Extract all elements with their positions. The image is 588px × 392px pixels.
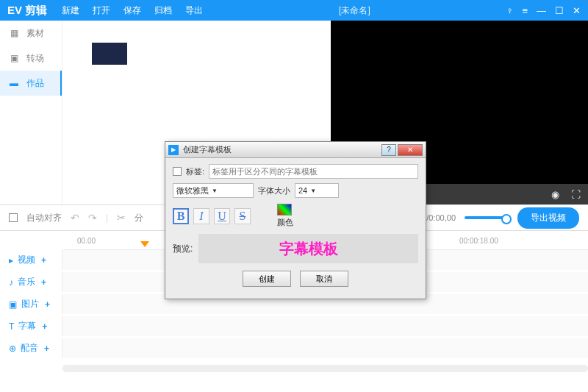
sidebar-item-material[interactable]: ▦ 素材 — [0, 21, 62, 46]
user-icon[interactable]: ♀ — [506, 5, 514, 16]
help-button[interactable]: ? — [381, 144, 396, 156]
cut-label: 分 — [135, 212, 143, 224]
maximize-icon[interactable]: ☐ — [555, 5, 564, 16]
export-button[interactable]: 导出视频 — [517, 207, 579, 229]
underline-button[interactable]: U — [214, 208, 230, 224]
create-button[interactable]: 创建 — [243, 271, 291, 287]
transition-icon: ▣ — [9, 53, 19, 63]
sidebar: ▦ 素材 ▣ 转场 ▬ 作品 — [0, 21, 62, 204]
sidebar-label: 转场 — [26, 52, 44, 65]
tag-label: 标签: — [186, 166, 204, 177]
redo-icon[interactable]: ↷ — [88, 212, 97, 224]
minimize-icon[interactable]: — — [537, 5, 546, 16]
track-video[interactable]: ▸视频+ — [0, 250, 62, 270]
subtitle-template-dialog: ▶ 创建字幕模板 ? ✕ 标签: 微软雅黑▼ 字体大小 24▼ B I U S … — [165, 141, 426, 299]
strike-button[interactable]: S — [234, 208, 251, 224]
close-icon[interactable]: ✕ — [573, 5, 581, 16]
dialog-title: 创建字幕模板 — [183, 144, 232, 155]
menu-export[interactable]: 导出 — [185, 4, 203, 17]
settings-icon[interactable]: ≡ — [522, 5, 528, 16]
cancel-button[interactable]: 取消 — [300, 271, 348, 287]
color-picker[interactable] — [277, 204, 292, 215]
preview-label: 预览: — [173, 243, 193, 255]
fullscreen-icon[interactable]: ⛶ — [571, 189, 581, 200]
menu-archive[interactable]: 归档 — [154, 4, 172, 17]
dialog-close-button[interactable]: ✕ — [398, 144, 423, 156]
track-voice[interactable]: ⊕配音+ — [0, 338, 62, 358]
sidebar-item-works[interactable]: ▬ 作品 — [0, 71, 62, 96]
sidebar-item-transition[interactable]: ▣ 转场 — [0, 46, 62, 71]
preview-text: 字幕模板 — [279, 239, 338, 259]
menu-open[interactable]: 打开 — [93, 4, 110, 17]
title-bar: EV 剪辑 新建 打开 保存 归档 导出 [未命名] ♀ ≡ — ☐ ✕ — [0, 0, 588, 21]
grid-icon: ▦ — [9, 28, 19, 38]
size-select[interactable]: 24▼ — [295, 183, 339, 198]
auto-align-checkbox[interactable] — [9, 213, 18, 222]
sidebar-label: 素材 — [26, 27, 44, 40]
folder-icon: ▬ — [9, 78, 19, 88]
track-audio[interactable]: ♪音乐+ — [0, 272, 62, 292]
main-menu: 新建 打开 保存 归档 导出 — [62, 4, 203, 17]
horizontal-scrollbar[interactable] — [62, 365, 588, 372]
sidebar-label: 作品 — [26, 77, 44, 90]
app-logo: EV 剪辑 — [7, 4, 47, 18]
size-label: 字体大小 — [258, 185, 290, 196]
dialog-titlebar[interactable]: ▶ 创建字幕模板 ? ✕ — [165, 142, 426, 158]
volume-icon[interactable]: ◉ — [551, 189, 559, 200]
color-label: 颜色 — [277, 217, 293, 228]
font-select[interactable]: 微软雅黑▼ — [173, 183, 254, 198]
track-image[interactable]: ▣图片+ — [0, 294, 62, 314]
project-thumbnail[interactable] — [92, 43, 127, 65]
scissors-icon[interactable]: ✂ — [117, 212, 126, 224]
document-title: [未命名] — [203, 4, 506, 17]
menu-new[interactable]: 新建 — [62, 4, 79, 17]
tag-input[interactable] — [209, 164, 418, 179]
preview-box: 字幕模板 — [198, 234, 418, 263]
italic-button[interactable]: I — [193, 208, 209, 224]
ruler-tick: 00.00 — [77, 237, 96, 245]
auto-align-label: 自动对齐 — [26, 212, 62, 224]
zoom-slider[interactable] — [465, 216, 509, 219]
app-icon: ▶ — [168, 145, 179, 155]
tag-checkbox[interactable] — [173, 167, 182, 176]
menu-save[interactable]: 保存 — [123, 4, 141, 17]
ruler-tick: 00:00:18.00 — [459, 237, 498, 245]
undo-icon[interactable]: ↶ — [71, 212, 79, 224]
playhead[interactable] — [140, 241, 149, 247]
track-subtitle[interactable]: T字幕+ — [0, 316, 62, 336]
bold-button[interactable]: B — [173, 208, 189, 224]
